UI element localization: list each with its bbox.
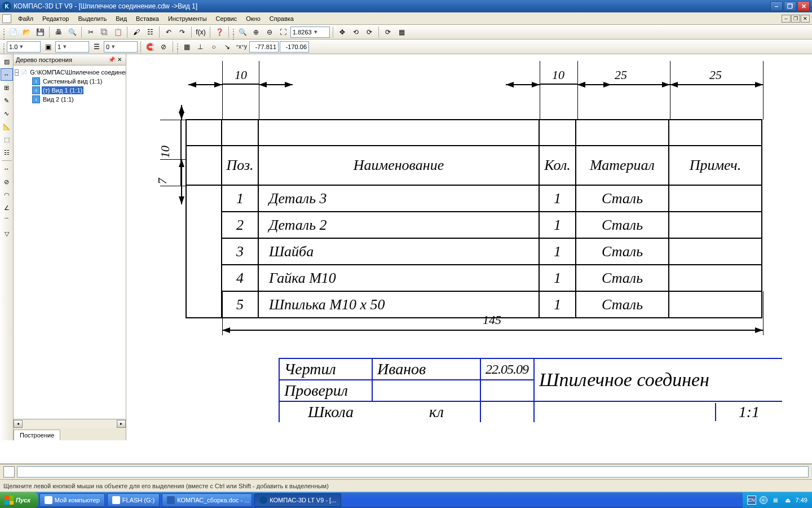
zoom-fit-button[interactable]: 🔍	[236, 26, 249, 38]
copy-props-button[interactable]: 🖌	[130, 26, 143, 38]
zoom-window-button[interactable]: ⛶	[277, 26, 289, 38]
menu-instruments[interactable]: Инструменты	[164, 14, 211, 23]
geometry-group-icon[interactable]: ▨	[1, 55, 13, 68]
tray-device-icon[interactable]: 🖥	[771, 496, 780, 505]
tool-arc-dim-icon[interactable]: ⌒	[1, 214, 13, 227]
help-context-button[interactable]: ❓	[213, 26, 226, 38]
snap-off-button[interactable]: ⊘	[157, 41, 170, 53]
tool-angular-dim-icon[interactable]: ∠	[1, 202, 13, 214]
tree-tab-build[interactable]: Построение	[14, 430, 60, 440]
copy-button[interactable]: ⿻	[98, 26, 111, 38]
ortho-button[interactable]: ⊥	[194, 41, 206, 53]
undo-button[interactable]: ↶	[162, 26, 175, 38]
tree-root-node[interactable]: − 📄 G:\КОМПАС\Шпилечное соединен	[15, 68, 125, 77]
paste-button[interactable]: 📋	[112, 26, 124, 38]
tray-usb-icon[interactable]: ⏏	[783, 496, 792, 505]
tree-view-node[interactable]: t Вид 2 (1:1)	[15, 95, 125, 104]
col-header-material: Материал	[576, 146, 669, 185]
save-file-button[interactable]: 💾	[34, 26, 46, 38]
menu-window[interactable]: Окно	[241, 14, 265, 23]
pin-icon[interactable]: 📌	[108, 56, 116, 64]
designations-group-icon[interactable]: ⊞	[1, 81, 13, 94]
taskbar-item-mycomputer[interactable]: Мой компьютер	[39, 493, 105, 507]
scroll-left-button[interactable]: ◂	[14, 420, 23, 428]
properties-button[interactable]: ☷	[144, 26, 156, 38]
stamp-scale: 1:1	[715, 403, 760, 421]
dimensions-group-icon[interactable]: ↔	[1, 68, 13, 81]
menu-file[interactable]: Файл	[14, 14, 38, 23]
mdi-restore-button[interactable]: ❐	[791, 15, 800, 23]
variables-button[interactable]: f(x)	[195, 26, 207, 38]
dimension-text: 10	[552, 68, 564, 82]
collapse-icon[interactable]: −	[15, 69, 19, 76]
cut-button[interactable]: ✂	[85, 26, 97, 38]
zoom-out-button[interactable]: ⊖	[263, 26, 276, 38]
tree-view-node[interactable]: t (т) Вид 1 (1:1)	[15, 86, 125, 95]
open-file-button[interactable]: 📂	[20, 26, 33, 38]
round-button[interactable]: ○	[208, 41, 220, 53]
minimize-button[interactable]: –	[770, 1, 783, 11]
command-input[interactable]	[17, 466, 809, 478]
rebuild-button[interactable]: ▦	[395, 26, 408, 38]
tray-expand-icon[interactable]: «	[760, 496, 767, 504]
menu-edit[interactable]: Редактор	[38, 14, 73, 23]
cell-note	[669, 212, 762, 238]
menu-view[interactable]: Вид	[111, 14, 131, 23]
grid-button[interactable]: ▦	[180, 41, 193, 53]
zoom-combo[interactable]: 1.8263	[290, 27, 330, 38]
print-button[interactable]: 🖶	[52, 26, 65, 38]
scroll-right-button[interactable]: ▸	[117, 420, 126, 428]
close-panel-icon[interactable]: ✕	[116, 56, 123, 64]
menu-help[interactable]: Справка	[265, 14, 298, 23]
menu-service[interactable]: Сервис	[211, 14, 242, 23]
layer-combo-2[interactable]: 0	[104, 41, 138, 52]
toolbar-handle[interactable]	[2, 41, 6, 52]
zoom-in-button[interactable]: ⊕	[250, 26, 262, 38]
layer-props-button[interactable]: ☰	[90, 41, 103, 53]
taskbar-item-word[interactable]: КОМПАС_сборка.doc - ...	[162, 493, 252, 507]
toolbar-handle[interactable]	[232, 27, 235, 38]
line-style-combo[interactable]: 1.0	[7, 41, 41, 52]
maximize-button[interactable]: ❐	[784, 1, 796, 11]
tool-radial-dim-icon[interactable]: ◠	[1, 189, 13, 201]
menu-insert[interactable]: Вставка	[131, 14, 164, 23]
mdi-minimize-button[interactable]: –	[782, 15, 791, 23]
params-group-icon[interactable]: ∿	[1, 107, 13, 120]
print-preview-button[interactable]: 🔍	[66, 26, 78, 38]
snap-toggle-button[interactable]: 🧲	[144, 41, 156, 53]
taskbar-item-flash[interactable]: FLASH (G:)	[107, 493, 160, 507]
spec-group-icon[interactable]: ☷	[1, 146, 13, 159]
command-menu-button[interactable]	[3, 466, 15, 478]
style-dropdown-button[interactable]: ▣	[42, 41, 54, 53]
language-indicator[interactable]: EN	[747, 496, 756, 505]
mdi-close-button[interactable]: ✕	[801, 15, 810, 23]
edit-group-icon[interactable]: ✎	[1, 94, 13, 107]
redraw-button[interactable]: ⟳	[382, 26, 394, 38]
zoom-next-button[interactable]: ⟳	[363, 26, 376, 38]
tray-clock[interactable]: 7:49	[796, 497, 807, 503]
dimension-arrow	[259, 84, 293, 85]
coord-x-input[interactable]	[249, 41, 279, 52]
close-button[interactable]: ✕	[797, 1, 810, 11]
tree-horizontal-scrollbar[interactable]: ◂ ▸	[14, 419, 126, 428]
local-cs-button[interactable]: ↘	[221, 41, 233, 53]
toolbar-handle[interactable]	[176, 41, 179, 52]
zoom-prev-button[interactable]: ⟲	[350, 26, 362, 38]
tool-diametral-dim-icon[interactable]: ⊘	[1, 176, 13, 188]
tree-view-node[interactable]: t Системный вид (1:1)	[15, 77, 125, 86]
pan-button[interactable]: ✥	[336, 26, 348, 38]
menu-select[interactable]: Выделить	[73, 14, 111, 23]
tool-linear-dim-icon[interactable]: ↔	[1, 163, 13, 175]
drawing-canvas[interactable]: Поз. Наименование Кол. Материал Примеч. …	[126, 54, 812, 440]
taskbar-item-kompas[interactable]: КОМПАС-3D LT V9 - [...	[254, 493, 341, 507]
tool-height-dim-icon[interactable]: ▽	[1, 227, 13, 240]
new-file-button[interactable]: 📄	[7, 26, 19, 38]
toolbar-handle[interactable]	[2, 27, 6, 38]
start-button[interactable]: Пуск	[0, 492, 38, 508]
layer-combo-1[interactable]: 1	[55, 41, 89, 52]
select-group-icon[interactable]: ⬚	[1, 133, 13, 146]
extension-line	[222, 61, 223, 120]
measure-group-icon[interactable]: 📐	[1, 120, 13, 133]
redo-button[interactable]: ↷	[176, 26, 188, 38]
coord-y-input[interactable]	[280, 41, 309, 52]
